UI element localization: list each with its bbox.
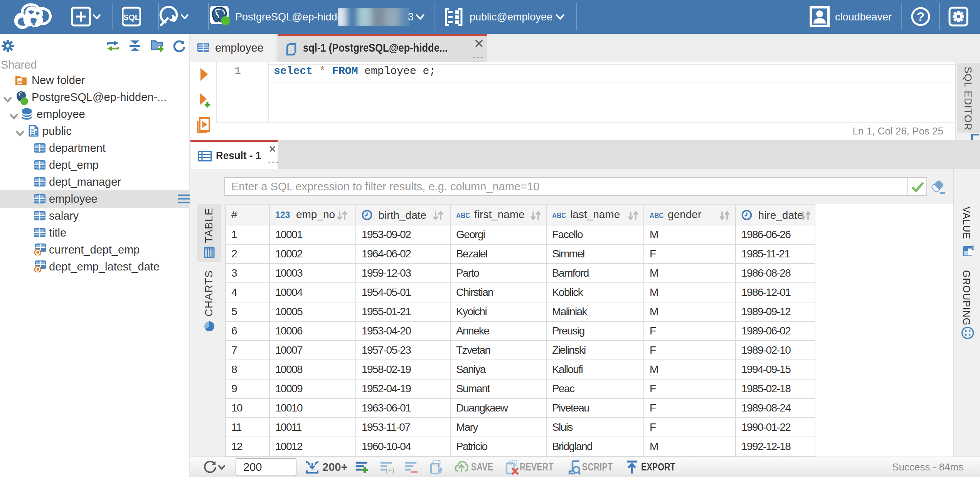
svg-text:(+): (+): [386, 467, 394, 474]
svg-text:SQL: SQL: [123, 13, 140, 22]
svg-text:?: ?: [917, 9, 925, 24]
